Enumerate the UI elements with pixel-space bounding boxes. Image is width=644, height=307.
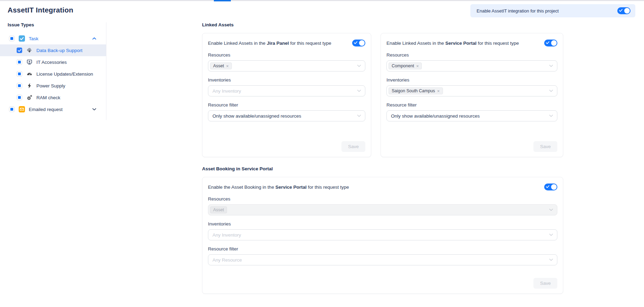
- inventories-select[interactable]: Any Inventory: [208, 85, 365, 96]
- sidebar-item-label: RAM check: [36, 95, 60, 100]
- resource-tag: Asset: [210, 206, 227, 213]
- sidebar-item-data-backup-support[interactable]: Data Back-up Support: [0, 44, 106, 56]
- monitor-plus-icon: [26, 59, 33, 65]
- project-enable-toggle[interactable]: [617, 7, 630, 14]
- checked-checkbox[interactable]: [17, 48, 22, 53]
- sidebar-item-ram-check[interactable]: RAM check: [0, 92, 106, 103]
- toggle-knob: [624, 8, 630, 14]
- asset-booking-enable-row: Enable the Asset Booking in the Service …: [208, 184, 557, 190]
- save-row: Save: [386, 141, 557, 152]
- main-layout: Issue Types Task Data Back-up Support: [0, 22, 644, 294]
- resource-filter-select[interactable]: Any Resource: [208, 254, 557, 265]
- service-portal-card: Enable Linked Assets in the Service Port…: [381, 33, 563, 157]
- inventories-select[interactable]: Any Inventory: [208, 229, 557, 240]
- task-icon: [19, 35, 25, 42]
- bolt-icon: [26, 83, 33, 89]
- toggle-knob: [359, 40, 365, 46]
- settings-content: Linked Assets Enable Linked Assets in th…: [202, 22, 563, 294]
- chevron-down-icon: [357, 65, 361, 67]
- select-value: Only show available/unassigned resources: [391, 113, 480, 119]
- cloud-download-icon: [26, 47, 33, 53]
- inventories-label: Inventories: [386, 77, 557, 83]
- issue-types-sidebar: Issue Types Task Data Back-up Support: [0, 22, 106, 120]
- resources-label: Resources: [208, 196, 557, 202]
- project-enable-box: Enable AssetIT integration for this proj…: [470, 4, 635, 17]
- indeterminate-checkbox[interactable]: [17, 95, 22, 100]
- save-button[interactable]: Save: [533, 278, 557, 289]
- asset-booking-enable-toggle[interactable]: [544, 184, 557, 190]
- jira-panel-enable-toggle[interactable]: [352, 40, 365, 46]
- remove-tag-icon[interactable]: ×: [226, 64, 229, 68]
- remove-tag-icon[interactable]: ×: [416, 64, 419, 68]
- remove-tag-icon[interactable]: ×: [437, 89, 440, 93]
- check-icon: [619, 9, 623, 12]
- chevron-down-icon: [549, 208, 553, 211]
- check-icon: [546, 185, 549, 188]
- chevron-up-icon[interactable]: [92, 37, 96, 40]
- select-placeholder: Any Inventory: [212, 88, 241, 94]
- resource-tag: Component×: [389, 62, 422, 69]
- indeterminate-checkbox[interactable]: [9, 36, 15, 41]
- resources-label: Resources: [386, 52, 557, 58]
- resource-filter-label: Resource filter: [386, 102, 557, 108]
- inventories-label: Inventories: [208, 77, 365, 83]
- chevron-down-icon: [549, 233, 553, 236]
- linked-assets-cards: Enable Linked Assets in the Jira Panel f…: [202, 33, 563, 157]
- save-button[interactable]: Save: [533, 141, 557, 152]
- tag-label: Asset: [213, 63, 224, 68]
- sidebar-item-license-updates[interactable]: License Updates/Extension: [0, 68, 106, 80]
- active-tab-indicator: [214, 0, 231, 1]
- sidebar-item-label: Power Supply: [36, 83, 65, 88]
- resource-filter-label: Resource filter: [208, 246, 557, 251]
- chevron-down-icon[interactable]: [92, 108, 96, 111]
- service-portal-enable-toggle[interactable]: [544, 40, 557, 46]
- save-row: Save: [208, 278, 557, 289]
- sidebar-item-it-accessories[interactable]: IT Accessories: [0, 56, 106, 68]
- asset-booking-card: Enable the Asset Booking in the Service …: [202, 177, 563, 294]
- chevron-down-icon: [357, 114, 361, 117]
- chevron-down-icon: [549, 114, 553, 117]
- speedometer-icon: [26, 71, 33, 77]
- select-value: Only show available/unassigned resources: [212, 113, 301, 119]
- sidebar-item-label: Task: [29, 36, 38, 41]
- service-portal-enable-row: Enable Linked Assets in the Service Port…: [386, 40, 557, 46]
- page-header: AssetIT Integration Enable AssetIT integ…: [0, 0, 644, 17]
- resources-select-disabled: Asset: [208, 204, 557, 215]
- resource-filter-select[interactable]: Only show available/unassigned resources: [386, 110, 557, 121]
- save-row: Save: [208, 141, 365, 152]
- resources-label: Resources: [208, 52, 365, 58]
- indeterminate-checkbox[interactable]: [17, 83, 22, 88]
- tag-label: Asset: [213, 207, 224, 212]
- sidebar-item-power-supply[interactable]: Power Supply: [0, 80, 106, 92]
- check-icon: [546, 41, 549, 44]
- service-portal-enable-label: Enable Linked Assets in the Service Port…: [386, 41, 519, 46]
- resource-filter-label: Resource filter: [208, 102, 365, 108]
- inventories-label: Inventories: [208, 221, 557, 227]
- chevron-down-icon: [357, 89, 361, 92]
- toggle-knob: [551, 184, 557, 190]
- project-enable-label: Enable AssetIT integration for this proj…: [477, 8, 559, 14]
- indeterminate-checkbox[interactable]: [9, 106, 15, 112]
- resource-filter-select[interactable]: Only show available/unassigned resources: [208, 110, 365, 121]
- sidebar-item-emailed-request[interactable]: Emailed request: [0, 103, 106, 115]
- jira-panel-card: Enable Linked Assets in the Jira Panel f…: [202, 33, 371, 157]
- jira-panel-enable-row: Enable Linked Assets in the Jira Panel f…: [208, 40, 365, 46]
- indeterminate-checkbox[interactable]: [17, 59, 22, 65]
- sidebar-item-task[interactable]: Task: [0, 33, 106, 44]
- inventories-select[interactable]: Saigon South Campus×: [386, 85, 557, 96]
- asset-booking-heading: Asset Booking in Service Portal: [202, 166, 563, 171]
- inventory-tag: Saigon South Campus×: [389, 87, 443, 94]
- jira-panel-enable-label: Enable Linked Assets in the Jira Panel f…: [208, 41, 331, 46]
- resources-select[interactable]: Asset×: [208, 60, 365, 71]
- sidebar-item-label: IT Accessories: [36, 60, 67, 65]
- resources-select[interactable]: Component×: [386, 60, 557, 71]
- check-icon: [354, 41, 357, 44]
- sidebar-item-label: Emailed request: [29, 107, 63, 112]
- indeterminate-checkbox[interactable]: [17, 71, 22, 77]
- page-title: AssetIT Integration: [8, 4, 73, 14]
- chevron-down-icon: [549, 258, 553, 261]
- gear-icon: [26, 94, 33, 101]
- chevron-down-icon: [549, 65, 553, 67]
- email-icon: [19, 106, 25, 112]
- save-button[interactable]: Save: [341, 141, 365, 152]
